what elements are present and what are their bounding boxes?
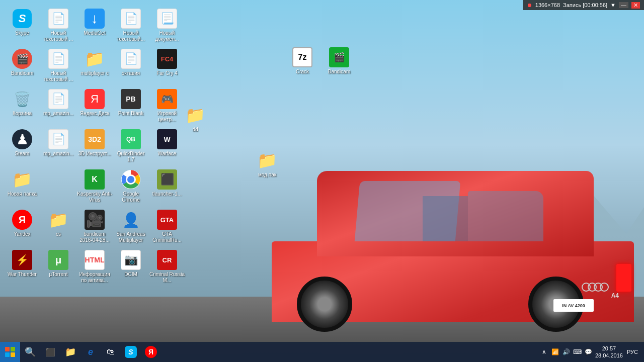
icon-bandicam-vid[interactable]: 🎥 bandicam 2016-04-28... [76, 208, 113, 247]
icon-bandicam-top[interactable]: 🎬 Bandicam [321, 45, 357, 84]
icon-chrome[interactable]: Google Chrome [113, 167, 149, 207]
icon-dcim[interactable]: 📷 DCIM [113, 248, 149, 287]
icon-dd[interactable]: 📁 dd [177, 103, 213, 142]
icon-mp-amaz2[interactable]: 📄 mp_amazin... [40, 127, 76, 166]
taskbar-task-view[interactable]: ⬛ [40, 342, 60, 362]
taskbar-skype[interactable]: S [121, 342, 141, 362]
icon-criminal-russia[interactable]: CR Criminal Russia M... [149, 248, 185, 287]
resolution-display: 1366×768 [535, 2, 560, 8]
taskbar: 🔍 ⬛ 📁 e 🛍 S Я ∧ 📶 🔊 ⌨ 💬 20:57 28.04.201 [0, 342, 644, 362]
icon-new-doc[interactable]: 📃 Новый докумен... [149, 7, 185, 46]
taskbar-yandex[interactable]: Я [141, 342, 161, 362]
car: IN AV 4200 A4 [257, 161, 634, 322]
icon-quickbinder[interactable]: QB QuickBinder 1.7 [113, 127, 149, 166]
taskbar-language[interactable]: РУС [625, 349, 640, 355]
icon-yandex-browser[interactable]: Я Yandex [4, 208, 40, 247]
taskbar-time[interactable]: 20:57 28.04.2016 [595, 345, 623, 359]
icon-warthunder[interactable]: ⚡ War Thunder [4, 248, 40, 287]
icon-gta-criminal[interactable]: GTA GTA CriminalRu... [149, 208, 185, 247]
taskbar-store[interactable]: 🛍 [101, 342, 121, 362]
icon-new-text1[interactable]: 📄 Новый текстовый ... [40, 7, 76, 46]
tray-sound[interactable]: 🔊 [562, 347, 571, 356]
icon-new-text3[interactable]: 📄 Новый текстовый ... [40, 47, 76, 86]
icon-skype[interactable]: S Skype [4, 7, 40, 46]
recording-label: Запись [00:00:56] [563, 2, 607, 8]
svg-point-2 [127, 176, 134, 183]
icon-3d[interactable]: 3D2 3D Инструкт... [76, 127, 113, 166]
desktop-icons-area: S Skype 📄 Новый текстовый ... ↓ MediaGet… [0, 3, 189, 339]
icon-oktavia[interactable]: 📄 октавия [113, 47, 149, 86]
icon-yandex-disk[interactable]: Я Яндекс.Диск [76, 87, 113, 126]
minimize-btn[interactable]: — [619, 2, 628, 8]
recording-bar: ⏺ 1366×768 Запись [00:00:56] ▼ — ✕ [523, 0, 644, 10]
close-btn[interactable]: ✕ [631, 2, 640, 9]
taskbar-ie[interactable]: e [80, 342, 101, 362]
icon-san-andreas[interactable]: 👤 San Andreas Multiplayer [113, 208, 149, 247]
icon-mediaget[interactable]: ↓ MediaGet [76, 7, 113, 46]
desktop: IN AV 4200 A4 ⏺ 1366×768 Запись [00:00:5… [0, 0, 644, 362]
icon-steam[interactable]: ♟ Steam [4, 127, 40, 166]
recording-icon: ⏺ [527, 2, 532, 8]
icon-tlauncher[interactable]: ⬛ tlauncher-1... [149, 167, 185, 207]
tray-notification[interactable]: 💬 [584, 347, 593, 356]
tray-input[interactable]: ⌨ [573, 347, 582, 356]
icon-mp-amaz[interactable]: 📄 mp_amazin... [40, 87, 76, 126]
icon-html-info[interactable]: HTML Информация по актива... [76, 248, 113, 287]
icon-new-text2[interactable]: 📄 Новый текстовый... [113, 7, 149, 46]
icon-kaspersky[interactable]: K Kaspersky Anti-Virus [76, 167, 113, 207]
icon-farcry4[interactable]: FC4 Far Cry 4 [149, 47, 185, 86]
icon-korzina[interactable]: 🗑️ Корзина [4, 87, 40, 126]
icon-new-folder[interactable]: 📁 Новая папка [4, 167, 40, 207]
icon-multiplayer-c[interactable]: 📁 multiplayer c [76, 47, 113, 86]
taskbar-search[interactable]: 🔍 [20, 342, 40, 362]
icon-cs[interactable]: 📁 cs [40, 208, 76, 247]
tray-up-arrow[interactable]: ∧ [540, 347, 549, 356]
taskbar-right: ∧ 📶 🔊 ⌨ 💬 20:57 28.04.2016 РУС [540, 345, 644, 359]
dropdown-btn[interactable]: ▼ [610, 2, 616, 8]
icon-point-blank[interactable]: PB Point Blank [113, 87, 149, 126]
start-button[interactable] [0, 342, 20, 362]
icon-utorrent[interactable]: μ µTorrent [40, 248, 76, 287]
taskbar-explorer[interactable]: 📁 [60, 342, 80, 362]
icon-7z[interactable]: 7z Crack [284, 45, 320, 84]
icon-bandicam[interactable]: 🎬 Bandicam [4, 47, 40, 86]
icon-mod-pak[interactable]: 📁 мод пак [249, 148, 285, 188]
tray-network[interactable]: 📶 [551, 347, 560, 356]
